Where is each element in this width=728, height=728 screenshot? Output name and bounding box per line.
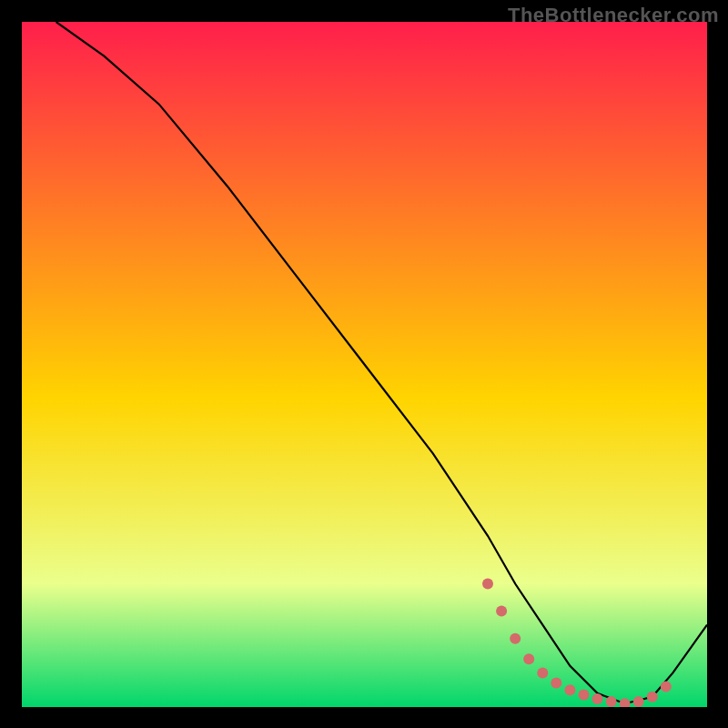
marker-dot bbox=[537, 667, 548, 678]
chart-svg bbox=[22, 22, 707, 707]
marker-dot bbox=[647, 692, 658, 703]
marker-dot bbox=[510, 633, 521, 644]
chart-area bbox=[22, 22, 707, 707]
watermark-text: TheBottlenecker.com bbox=[508, 4, 719, 27]
marker-dot bbox=[633, 696, 644, 707]
marker-dot bbox=[606, 696, 617, 707]
marker-dot bbox=[592, 693, 603, 704]
marker-dot bbox=[579, 689, 590, 700]
marker-dot bbox=[523, 653, 534, 664]
marker-dot bbox=[482, 579, 493, 590]
marker-dot bbox=[564, 684, 575, 695]
marker-dot bbox=[661, 681, 672, 692]
marker-dot bbox=[496, 606, 507, 617]
marker-dot bbox=[551, 678, 561, 689]
